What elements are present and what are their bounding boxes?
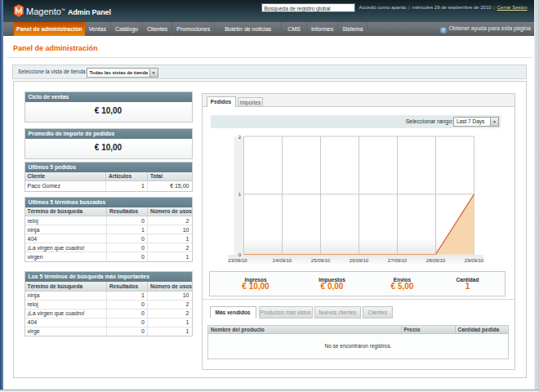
- svg-text:27/09/10: 27/09/10: [387, 257, 407, 262]
- svg-text:28/09/10: 28/09/10: [425, 257, 445, 262]
- svg-text:25/09/10: 25/09/10: [310, 257, 330, 262]
- svg-text:29/09/10: 29/09/10: [464, 257, 483, 262]
- svg-text:26/09/10: 26/09/10: [349, 257, 368, 262]
- svg-text:24/09/10: 24/09/10: [272, 257, 292, 262]
- svg-text:23/09/10: 23/09/10: [228, 257, 247, 262]
